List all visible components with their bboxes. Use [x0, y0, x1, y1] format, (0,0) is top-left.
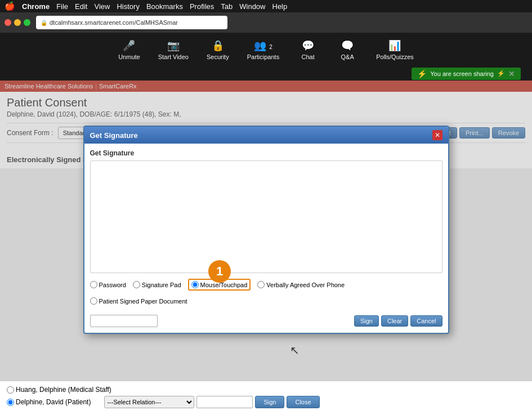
verbally-agreed-label: Verbally Agreed Over Phone [266, 282, 345, 288]
patient-radio[interactable] [7, 399, 14, 406]
mouse-touchpad-label: Mouse/Touchpad [200, 282, 248, 288]
menu-profiles[interactable]: Profiles [190, 2, 214, 11]
lock-icon: 🔒 [41, 20, 47, 26]
sharing-close-icon[interactable]: ✕ [508, 69, 515, 78]
menu-history[interactable]: History [117, 2, 139, 11]
patient-signed-option[interactable]: Patient Signed Paper Document [90, 297, 187, 305]
signature-pad-label: Signature Pad [142, 282, 181, 288]
modal-close-button[interactable]: ✕ [432, 130, 442, 140]
signature-pad-radio[interactable] [133, 281, 140, 288]
medical-staff-option[interactable]: Huang, Delphine (Medical Staff) [7, 386, 111, 394]
modal-header: Get Signature ✕ [84, 127, 448, 144]
zoom-toolbar: 🎤 Unmute 📷 Start Video 🔒 Security 👥 2 Pa… [0, 33, 532, 66]
apple-logo: 🍎 [5, 1, 15, 11]
unmute-label: Unmute [118, 53, 140, 60]
signature-area[interactable] [90, 160, 442, 273]
password-option[interactable]: Password [90, 281, 126, 288]
security-button[interactable]: 🔒 Security [198, 36, 238, 64]
clear-button[interactable]: Clear [381, 315, 408, 327]
qa-icon: 🗨️ [341, 39, 354, 52]
security-label: Security [207, 53, 229, 60]
patient-signed-label: Patient Signed Paper Document [99, 298, 187, 305]
bottom-sign-button[interactable]: Sign [255, 396, 284, 408]
signature-text-input[interactable] [90, 315, 158, 327]
medical-staff-label: Huang, Delphine (Medical Staff) [16, 386, 111, 394]
menu-help[interactable]: Help [272, 2, 288, 11]
medical-staff-row: Huang, Delphine (Medical Staff) [7, 386, 525, 394]
mute-icon: 🎤 [123, 39, 135, 52]
close-button[interactable] [5, 19, 11, 26]
radio-options-row: Password Signature Pad Mouse/Touchpad Ve… [90, 279, 442, 305]
qa-button[interactable]: 🗨️ Q&A [328, 36, 367, 64]
chat-label: Chat [302, 53, 315, 60]
menu-bookmarks[interactable]: Bookmarks [146, 2, 183, 11]
mac-menubar: 🍎 Chrome File Edit View History Bookmark… [0, 0, 532, 12]
menu-view[interactable]: View [94, 2, 110, 11]
signature-pad-option[interactable]: Signature Pad [133, 281, 181, 288]
participants-label: Participants [247, 53, 279, 60]
menu-file[interactable]: File [56, 2, 68, 11]
modal-footer-right: Sign Clear Cancel [354, 315, 442, 327]
sharing-stop-icon[interactable]: ⚡ [497, 70, 505, 77]
cancel-button[interactable]: Cancel [410, 315, 442, 327]
modal-footer-left [90, 315, 158, 327]
chrome-toolbar: 🔒 dtcalmhsarx.smartcarenet.com/CalMHSASm… [0, 12, 532, 33]
traffic-lights [5, 19, 30, 26]
relation-select[interactable]: ---Select Relation--- [104, 396, 194, 408]
cursor-indicator: ↖ [290, 343, 299, 357]
menu-window[interactable]: Window [239, 2, 265, 11]
patient-label: Delphine, David (Patient) [16, 398, 91, 406]
modal-title: Get Signature [90, 131, 138, 140]
unmute-button[interactable]: 🎤 Unmute [109, 36, 149, 64]
patient-row: Delphine, David (Patient) ---Select Rela… [7, 396, 525, 408]
sharing-dot: ⚡ [417, 69, 427, 78]
patient-signed-radio[interactable] [90, 297, 97, 305]
video-icon: 📷 [167, 39, 180, 52]
get-signature-modal: Get Signature ✕ Get Signature Password S… [83, 126, 449, 334]
polls-label: Polls/Quizzes [376, 53, 414, 60]
bottom-section: Huang, Delphine (Medical Staff) Delphine… [0, 381, 532, 415]
sharing-indicator: ⚡ You are screen sharing ⚡ ✕ [412, 68, 521, 80]
start-video-label: Start Video [158, 53, 189, 60]
modal-footer: Sign Clear Cancel [84, 315, 448, 333]
start-video-button[interactable]: 📷 Start Video [149, 36, 198, 64]
security-icon: 🔒 [212, 39, 224, 52]
chat-icon: 💬 [302, 39, 314, 52]
qa-label: Q&A [341, 53, 354, 60]
step-badge: 1 [208, 260, 231, 283]
modal-overlay: Get Signature ✕ Get Signature Password S… [0, 81, 532, 415]
maximize-button[interactable] [24, 19, 30, 26]
sign-button[interactable]: Sign [354, 315, 379, 327]
polls-button[interactable]: 📊 Polls/Quizzes [367, 36, 423, 64]
modal-section-title: Get Signature [90, 149, 442, 157]
participants-icon: 👥 2 [254, 39, 272, 52]
polls-icon: 📊 [388, 39, 401, 52]
chat-button[interactable]: 💬 Chat [288, 36, 328, 64]
minimize-button[interactable] [14, 19, 21, 26]
relation-text-input[interactable] [196, 396, 253, 408]
password-label: Password [99, 282, 126, 288]
verbally-agreed-option[interactable]: Verbally Agreed Over Phone [257, 281, 345, 288]
password-radio[interactable] [90, 281, 97, 288]
menu-tab[interactable]: Tab [221, 2, 233, 11]
sharing-text: You are screen sharing [430, 70, 494, 77]
mouse-touchpad-radio[interactable] [191, 281, 199, 288]
modal-body: Get Signature Password Signature Pad Mou… [84, 144, 448, 315]
verbally-agreed-radio[interactable] [257, 281, 265, 288]
url-text: dtcalmhsarx.smartcarenet.com/CalMHSASmar [50, 19, 178, 26]
menu-edit[interactable]: Edit [75, 2, 87, 11]
medical-staff-radio[interactable] [7, 386, 14, 394]
patient-option[interactable]: Delphine, David (Patient) [7, 398, 91, 406]
participants-button[interactable]: 👥 2 Participants [238, 36, 288, 64]
menu-chrome[interactable]: Chrome [22, 2, 50, 11]
bottom-close-button[interactable]: Close [287, 396, 319, 408]
url-bar[interactable]: 🔒 dtcalmhsarx.smartcarenet.com/CalMHSASm… [36, 16, 227, 29]
screen-sharing-banner: ⚡ You are screen sharing ⚡ ✕ [0, 66, 532, 81]
